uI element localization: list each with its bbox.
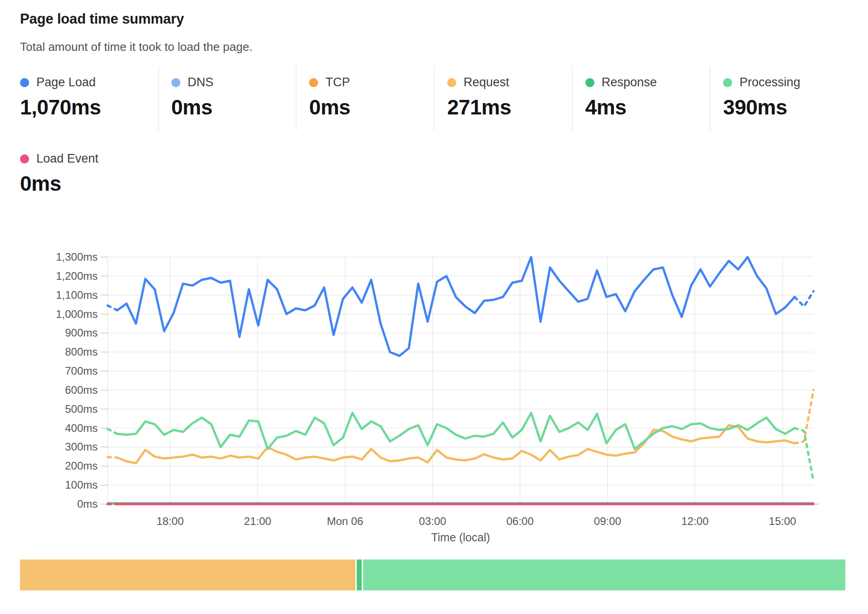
svg-text:12:00: 12:00 [681,515,708,527]
svg-text:0ms: 0ms [77,498,98,510]
page-load-time-summary-panel: Page load time summary Total amount of t… [0,0,868,614]
series-page-load-line[interactable] [117,257,795,356]
svg-text:800ms: 800ms [65,346,98,358]
chart-gridlines [101,257,819,504]
svg-text:06:00: 06:00 [506,515,534,527]
svg-text:200ms: 200ms [65,460,98,472]
svg-text:15:00: 15:00 [769,515,796,527]
svg-text:Time (local): Time (local) [431,531,490,544]
series-processing-line[interactable] [108,429,117,434]
series-request-line[interactable] [108,457,117,457]
svg-text:400ms: 400ms [65,422,98,434]
svg-text:900ms: 900ms [65,327,98,339]
timing-breakdown-bar [20,560,845,590]
svg-text:18:00: 18:00 [156,515,184,527]
page-load-time-chart[interactable]: 0ms100ms200ms300ms400ms500ms600ms700ms80… [0,0,868,614]
chart-axis-labels: 0ms100ms200ms300ms400ms500ms600ms700ms80… [56,251,796,544]
svg-text:21:00: 21:00 [244,515,271,527]
series-request-line[interactable] [795,390,813,443]
series-processing-line[interactable] [795,428,813,481]
bar-segment-processing[interactable] [363,560,846,590]
svg-text:Mon 06: Mon 06 [327,515,363,527]
svg-text:1,100ms: 1,100ms [56,289,98,301]
svg-text:600ms: 600ms [65,384,98,396]
series-processing-line[interactable] [117,413,795,449]
svg-text:03:00: 03:00 [419,515,446,527]
bar-segment-request[interactable] [20,560,355,590]
svg-text:1,200ms: 1,200ms [56,270,98,282]
svg-text:1,300ms: 1,300ms [56,251,98,263]
svg-text:100ms: 100ms [65,479,98,491]
svg-text:09:00: 09:00 [594,515,621,527]
series-page-load-line[interactable] [108,306,117,311]
series-page-load-line[interactable] [795,291,813,307]
svg-text:700ms: 700ms [65,365,98,377]
svg-text:500ms: 500ms [65,403,98,415]
svg-text:300ms: 300ms [65,441,98,453]
bar-segment-response[interactable] [357,560,362,590]
svg-text:1,000ms: 1,000ms [56,308,98,320]
